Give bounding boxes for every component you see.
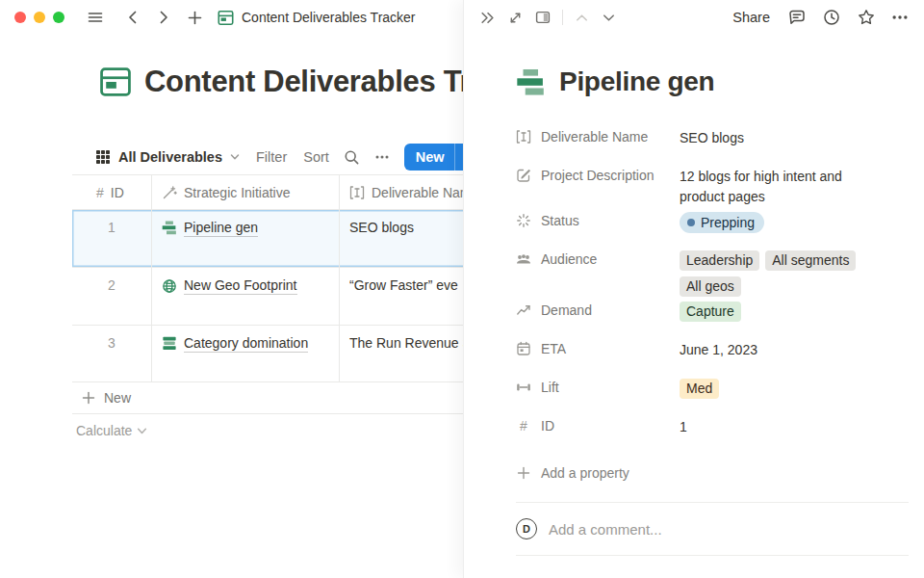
text-property-icon xyxy=(349,185,365,200)
status-badge[interactable]: Prepping xyxy=(680,212,764,233)
property-value[interactable]: Med xyxy=(680,379,719,399)
status-dot xyxy=(687,219,695,226)
property-value[interactable]: 12 blogs for high intent and product pag… xyxy=(680,167,872,207)
property-label[interactable]: ETA xyxy=(516,340,680,356)
page-title[interactable]: Content Deliverables Tracker xyxy=(144,65,463,99)
view-options-ellipsis-icon[interactable] xyxy=(374,149,390,165)
side-peek-mode-icon[interactable] xyxy=(532,7,553,28)
cell-deliverable-name[interactable]: SEO blogs xyxy=(340,210,463,267)
audience-tag[interactable]: Leadership xyxy=(680,250,759,271)
new-button[interactable]: New xyxy=(404,144,463,171)
next-record-icon[interactable] xyxy=(599,8,619,28)
status-text: Prepping xyxy=(701,213,755,233)
property-label-text: Project Description xyxy=(541,168,654,183)
tab-all-deliverables[interactable]: All Deliverables xyxy=(95,149,240,165)
sort-button[interactable]: Sort xyxy=(303,149,329,165)
column-header-id[interactable]: # ID xyxy=(72,175,152,209)
property-label[interactable]: Deliverable Name xyxy=(516,128,680,144)
page-link[interactable]: Pipeline gen xyxy=(184,220,258,237)
table-view-icon xyxy=(95,149,111,165)
new-tab-icon[interactable] xyxy=(182,5,208,30)
column-label: Deliverable Name xyxy=(372,185,463,200)
search-icon[interactable] xyxy=(344,149,360,166)
table-header: # ID Strategic Initiative Deliverable Na… xyxy=(72,175,463,209)
filter-button[interactable]: Filter xyxy=(256,149,287,165)
minimize-window-button[interactable] xyxy=(34,12,45,23)
add-property-button[interactable]: Add a property xyxy=(516,451,909,489)
close-peek-icon[interactable] xyxy=(476,7,499,29)
new-button-label: New xyxy=(404,149,454,165)
property-label[interactable]: Project Description xyxy=(516,167,680,183)
page-title-row: Content Deliverables Tracker xyxy=(99,65,463,99)
table-row-category-domination[interactable]: 3 Category domination The Run Revenue S xyxy=(72,325,463,382)
panel-topbar: Share xyxy=(464,0,924,35)
panel-page-title[interactable]: Pipeline gen xyxy=(559,66,714,97)
table-row-pipeline-gen[interactable]: 1 Pipeline gen SEO blogs xyxy=(72,209,463,267)
property-label[interactable]: Lift xyxy=(516,379,680,395)
people-icon xyxy=(516,251,531,267)
wand-icon xyxy=(162,185,177,200)
column-header-deliverable-name[interactable]: Deliverable Name xyxy=(340,175,463,209)
cell-strategic-initiative[interactable]: Category domination xyxy=(152,326,340,381)
main-window-pane: Content Deliverables Tracker Content Del… xyxy=(0,0,463,578)
cell-id[interactable]: 3 xyxy=(72,326,152,381)
breadcrumb[interactable]: Content Deliverables Tracker xyxy=(218,10,416,26)
audience-tag[interactable]: All segments xyxy=(765,250,856,271)
text-property-icon xyxy=(516,129,531,144)
property-label[interactable]: # ID xyxy=(516,417,680,434)
demand-tag[interactable]: Capture xyxy=(680,302,741,322)
table-row-new-geo-footprint[interactable]: 2 New Geo Footprint “Grow Faster” eve xyxy=(72,267,463,325)
zoom-window-button[interactable] xyxy=(53,12,64,23)
comments-icon[interactable] xyxy=(787,8,807,27)
lift-tag[interactable]: Med xyxy=(680,379,719,399)
property-status: Status Prepping xyxy=(516,207,909,246)
comment-input-placeholder[interactable]: Add a comment... xyxy=(549,521,662,538)
calculate-button[interactable]: Calculate xyxy=(72,414,463,447)
page-table-icon[interactable] xyxy=(99,66,132,98)
property-value[interactable]: 1 xyxy=(680,417,687,437)
sidebar-toggle-icon[interactable] xyxy=(82,5,109,30)
audience-tag[interactable]: All geos xyxy=(680,276,741,297)
cell-deliverable-name[interactable]: “Grow Faster” eve xyxy=(340,268,463,325)
history-clock-icon[interactable] xyxy=(822,8,841,27)
panel-title-row: Pipeline gen xyxy=(516,66,909,97)
table-new-row-button[interactable]: New xyxy=(72,382,463,414)
bar-chart-icon[interactable] xyxy=(516,68,546,96)
cell-strategic-initiative[interactable]: Pipeline gen xyxy=(152,210,340,267)
column-header-strategic-initiative[interactable]: Strategic Initiative xyxy=(152,175,340,209)
back-icon[interactable] xyxy=(120,5,145,30)
property-value[interactable]: Capture xyxy=(680,302,741,322)
property-label[interactable]: Status xyxy=(516,212,680,228)
view-name: All Deliverables xyxy=(118,149,222,165)
property-eta: ETA June 1, 2023 xyxy=(516,335,909,374)
trend-chart-icon xyxy=(516,302,531,318)
forward-icon[interactable] xyxy=(151,5,176,30)
property-label[interactable]: Audience xyxy=(516,250,680,267)
property-value[interactable]: June 1, 2023 xyxy=(680,340,757,360)
panel-body: Pipeline gen Deliverable Name SEO blogs … xyxy=(464,35,924,556)
property-value[interactable]: SEO blogs xyxy=(680,128,744,148)
previous-record-icon[interactable] xyxy=(572,8,592,28)
expand-page-icon[interactable] xyxy=(505,8,526,28)
property-demand: Demand Capture xyxy=(516,297,909,335)
cell-deliverable-name[interactable]: The Run Revenue S xyxy=(340,326,463,381)
column-label: Strategic Initiative xyxy=(184,185,291,200)
chevron-down-icon xyxy=(230,152,240,162)
cell-id[interactable]: 2 xyxy=(72,268,152,325)
cell-id[interactable]: 1 xyxy=(72,210,152,267)
property-value[interactable]: Leadership All segments All geos xyxy=(680,250,872,297)
close-window-button[interactable] xyxy=(14,12,26,23)
share-button[interactable]: Share xyxy=(732,10,770,25)
globe-icon xyxy=(162,278,177,294)
page-link[interactable]: New Geo Footprint xyxy=(184,277,297,295)
page-link[interactable]: Category domination xyxy=(184,335,308,353)
favorite-star-icon[interactable] xyxy=(857,8,876,27)
new-button-chevron-icon[interactable] xyxy=(455,152,463,163)
property-label[interactable]: Demand xyxy=(516,302,680,318)
cell-strategic-initiative[interactable]: New Geo Footprint xyxy=(152,268,340,325)
property-value[interactable]: Prepping xyxy=(680,212,764,233)
comment-section[interactable]: D Add a comment... xyxy=(516,502,909,556)
property-project-description: Project Description 12 blogs for high in… xyxy=(516,162,909,207)
more-options-ellipsis-icon[interactable] xyxy=(891,9,909,26)
property-label-text: Deliverable Name xyxy=(541,129,648,144)
